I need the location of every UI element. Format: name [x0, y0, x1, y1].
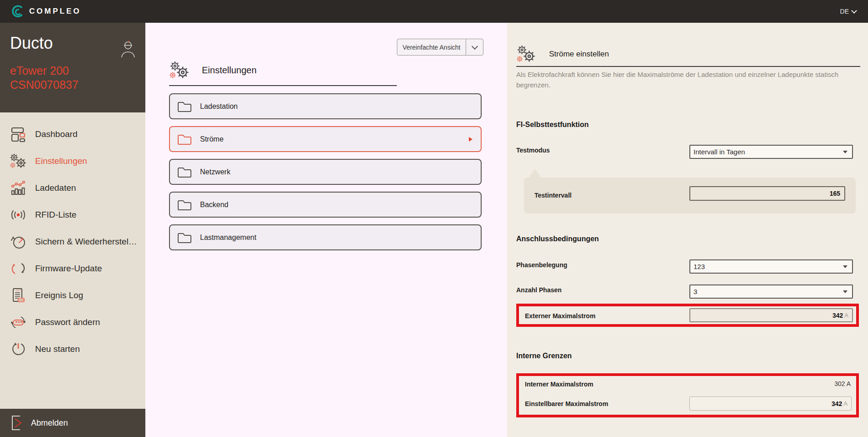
- externer-max-input[interactable]: 342 A: [689, 308, 853, 322]
- externer-max-value: 342: [832, 312, 843, 319]
- svg-text:LOG: LOG: [19, 299, 25, 301]
- chevron-down-icon: [851, 8, 857, 14]
- view-mode-caret-button[interactable]: [466, 39, 483, 55]
- event-log-icon: </> LOG: [9, 286, 27, 305]
- sidebar-item-ladedaten[interactable]: Ladedaten: [0, 174, 145, 201]
- einstellbarer-max-value: 342: [832, 400, 842, 407]
- device-identifier: eTower 200 CSN0070837: [10, 64, 135, 92]
- sidebar-item-dashboard[interactable]: Dashboard: [0, 121, 145, 147]
- folder-backend[interactable]: Backend: [169, 192, 482, 218]
- sidebar-item-label: Ladedaten: [35, 183, 76, 193]
- technician-icon: [120, 39, 136, 59]
- app-window: COMPLEO DE Ducto eTower 200 CSN0070837: [0, 0, 868, 437]
- stroeme-settings-panel: Ströme einstellen Als Elektrofachkraft k…: [507, 23, 868, 437]
- folder-netzwerk[interactable]: Netzwerk: [169, 159, 482, 185]
- compleo-logo-icon: [12, 5, 25, 18]
- details-description: Als Elektrofachkraft können Sie hier die…: [516, 69, 856, 90]
- compleo-logo: COMPLEO: [12, 5, 81, 18]
- view-mode-label: Vereinfachte Ansicht: [397, 39, 466, 55]
- gears-icon: [169, 60, 191, 80]
- svg-text:</>: </>: [16, 289, 21, 292]
- folder-icon: [177, 101, 192, 112]
- firmware-update-icon: [9, 259, 27, 278]
- sidebar-item-label: Dashboard: [35, 129, 77, 139]
- chevron-down-icon: [471, 43, 478, 49]
- sidebar-item-label: Neu starten: [35, 344, 80, 354]
- device-model: eTower 200: [10, 64, 135, 78]
- folder-lastmanagement[interactable]: Lastmanagement: [169, 224, 482, 250]
- logout-icon: [9, 413, 25, 433]
- anzahl-phasen-select[interactable]: 3: [689, 285, 853, 299]
- testintervall-label: Testintervall: [534, 192, 571, 199]
- select-caret-icon: [843, 265, 847, 268]
- sidebar-item-label: Firmware-Update: [35, 264, 102, 274]
- sidebar-item-label: Passwort ändern: [35, 317, 100, 327]
- explorer-divider: [169, 85, 397, 86]
- anzahl-phasen-label: Anzahl Phasen: [516, 286, 562, 294]
- language-code: DE: [840, 8, 849, 15]
- sidebar-item-label: RFID-Liste: [35, 210, 77, 220]
- externer-max-label: Externer Maximalstrom: [525, 312, 596, 320]
- interner-max-value: 302 A: [834, 380, 851, 387]
- svg-text:***: ***: [15, 320, 23, 326]
- sidebar-item-label: Ereignis Log: [35, 290, 83, 300]
- sidebar-nav: Dashboard Einstellungen: [0, 121, 145, 362]
- section-heading-intern: Interne Grenzen: [516, 352, 572, 360]
- testmodus-value: Intervall in Tagen: [693, 148, 745, 156]
- backup-restore-icon: [9, 233, 27, 251]
- sidebar-item-label: Sichern & Wiederherstel…: [35, 237, 137, 247]
- einstellbarer-max-label: Einstellbarer Maximalstrom: [525, 400, 608, 407]
- einstellbarer-max-unit: A: [843, 400, 847, 407]
- top-bar: COMPLEO DE: [0, 0, 868, 23]
- sidebar-item-sichern-wiederherstellen[interactable]: Sichern & Wiederherstel…: [0, 228, 145, 255]
- chevron-right-icon: [469, 137, 473, 142]
- annotation-box-externer-maximalstrom: Externer Maximalstrom 342 A: [516, 304, 859, 327]
- annotation-box-interne-grenzen: Interner Maximalstrom 302 A Einstellbare…: [516, 373, 859, 417]
- details-header: Ströme einstellen: [516, 45, 609, 64]
- folder-label: Backend: [200, 201, 228, 209]
- logout-label: Abmelden: [31, 418, 68, 428]
- logout-button[interactable]: Abmelden: [0, 409, 145, 437]
- anzahl-phasen-value: 3: [693, 288, 697, 295]
- sidebar-item-neu-starten[interactable]: Neu starten: [0, 335, 145, 362]
- sidebar: Ducto eTower 200 CSN0070837: [0, 23, 145, 437]
- folder-icon: [177, 133, 192, 145]
- explorer-header: Einstellungen: [169, 60, 257, 80]
- language-selector[interactable]: DE: [840, 8, 856, 15]
- callout-notch: [529, 169, 541, 178]
- sidebar-header: Ducto eTower 200 CSN0070837: [0, 23, 145, 112]
- change-password-icon: ***: [9, 313, 27, 331]
- brand-name: COMPLEO: [29, 7, 81, 16]
- charging-data-icon: [9, 179, 27, 197]
- folder-label: Ströme: [200, 135, 224, 143]
- restart-icon: [9, 340, 27, 358]
- phasenbelegung-select[interactable]: 123: [689, 259, 853, 274]
- sidebar-item-ereignis-log[interactable]: </> LOG Ereignis Log: [0, 282, 145, 309]
- testmodus-select[interactable]: Intervall in Tagen: [689, 145, 853, 159]
- sidebar-item-passwort-aendern[interactable]: *** Passwort ändern: [0, 309, 145, 335]
- testmodus-label: Testmodus: [516, 147, 550, 154]
- testintervall-value: 165: [830, 190, 840, 197]
- explorer-title: Einstellungen: [202, 65, 257, 76]
- folder-stroeme[interactable]: Ströme: [169, 126, 482, 152]
- folder-icon: [177, 199, 192, 211]
- folder-label: Ladestation: [200, 102, 238, 111]
- testintervall-card: Testintervall 165: [524, 178, 856, 213]
- view-mode-dropdown[interactable]: Vereinfachte Ansicht: [397, 39, 483, 56]
- device-serial: CSN0070837: [10, 78, 135, 92]
- settings-explorer-panel: Vereinfachte Ansicht Einstellungen Lades…: [145, 23, 507, 437]
- testintervall-input[interactable]: 165: [689, 186, 845, 201]
- sidebar-item-rfid-liste[interactable]: RFID-Liste: [0, 201, 145, 228]
- sidebar-item-firmware-update[interactable]: Firmware-Update: [0, 255, 145, 282]
- folder-icon: [177, 166, 192, 178]
- section-heading-anschluss: Anschlussbedingungen: [516, 235, 599, 243]
- phasenbelegung-value: 123: [693, 263, 705, 270]
- details-divider: [516, 66, 860, 67]
- gears-icon: [516, 45, 537, 64]
- phasenbelegung-label: Phasenbelegung: [516, 261, 567, 269]
- einstellbarer-max-input[interactable]: 342 A: [689, 396, 852, 411]
- sidebar-item-einstellungen[interactable]: Einstellungen: [0, 147, 145, 174]
- rfid-waves-icon: [9, 206, 27, 224]
- select-caret-icon: [843, 151, 847, 153]
- folder-ladestation[interactable]: Ladestation: [169, 93, 482, 119]
